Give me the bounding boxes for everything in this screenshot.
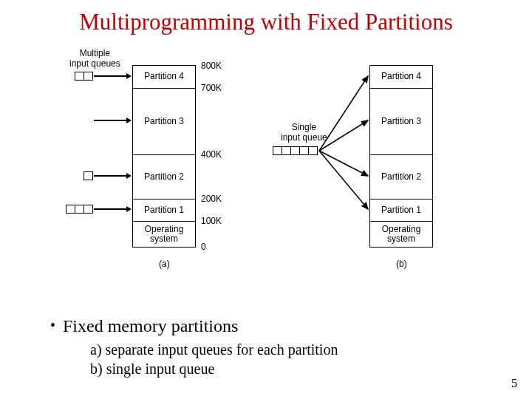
arrowhead-p4 (126, 73, 132, 79)
slide-title: Multiprogramming with Fixed Partitions (0, 0, 532, 35)
size-200k: 200K (201, 194, 222, 204)
bullet-block: • Fixed memory partitions a) separate in… (50, 316, 338, 378)
qbox (83, 72, 93, 81)
svg-line-1 (319, 120, 368, 151)
arrow-p4 (94, 75, 127, 77)
cell-os-b: Operating system (370, 221, 432, 247)
fan-arrows (318, 65, 373, 220)
cell-p3-a: Partition 3 (133, 88, 195, 154)
sub-b: (b) (396, 259, 407, 269)
arrow-p1 (94, 208, 127, 210)
svg-line-0 (319, 76, 368, 151)
size-0: 0 (201, 242, 206, 252)
cell-p3-b: Partition 3 (370, 88, 432, 154)
sub-line-a: a) separate input queues for each partit… (90, 341, 338, 360)
cell-p2-a: Partition 2 (133, 154, 195, 199)
size-400k: 400K (201, 149, 222, 160)
tower-b: Partition 4 Partition 3 Partition 2 Part… (369, 65, 433, 248)
cell-os-a: Operating system (133, 221, 195, 247)
svg-line-2 (319, 151, 368, 176)
tower-a: Partition 4 Partition 3 Partition 2 Part… (132, 65, 196, 248)
cell-p1-b: Partition 1 (370, 199, 432, 221)
bullet-text: Fixed memory partitions (63, 316, 238, 336)
queue-p1 (66, 205, 93, 214)
qbox (308, 146, 318, 155)
size-100k: 100K (201, 216, 222, 226)
arrow-p2 (94, 175, 127, 177)
arrowhead-p1 (126, 206, 132, 212)
size-700k: 700K (201, 83, 222, 93)
cell-p2-b: Partition 2 (370, 154, 432, 199)
qbox (83, 171, 93, 180)
arrow-p3 (94, 120, 127, 121)
cell-p1-a: Partition 1 (133, 199, 195, 221)
cell-p4-b: Partition 4 (370, 66, 432, 88)
sub-a: (a) (159, 259, 170, 269)
sub-line-b: b) single input queue (90, 360, 338, 379)
bullet-dot-icon: • (50, 317, 55, 334)
size-800k: 800K (201, 61, 222, 71)
qbox (83, 205, 93, 214)
cell-p4-a: Partition 4 (133, 66, 195, 88)
arrowhead-p3 (126, 117, 132, 123)
label-multi-queue: Multiple input queues (69, 49, 120, 69)
figure: Partition 4 Partition 3 Partition 2 Part… (0, 43, 532, 316)
arrowhead-p2 (126, 173, 132, 179)
queue-single (273, 146, 318, 155)
queue-p4 (75, 72, 93, 81)
page-number: 5 (511, 377, 517, 390)
svg-line-3 (319, 151, 368, 209)
queue-p2 (84, 171, 93, 180)
